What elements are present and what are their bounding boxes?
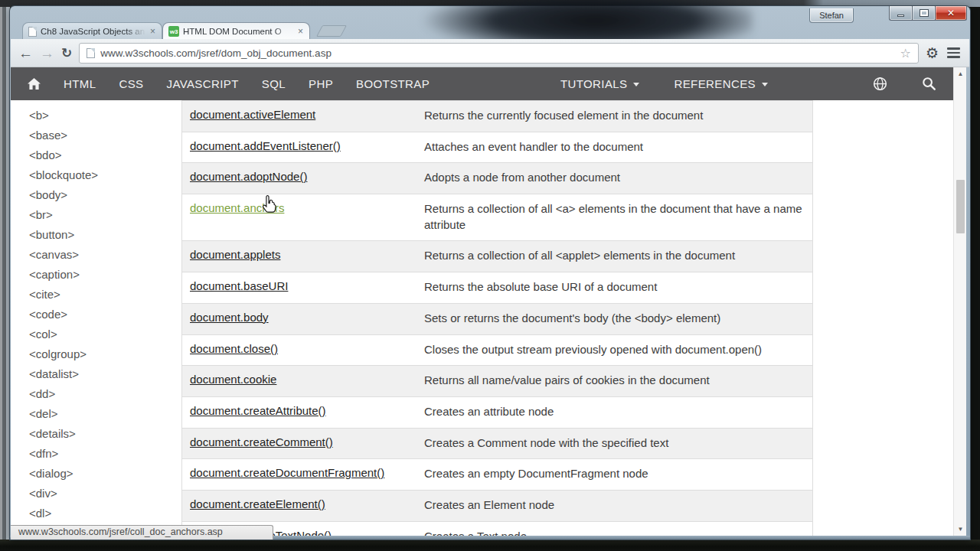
scroll-down-icon[interactable]: ▼ [954,523,966,535]
close-window-button[interactable]: ✕ [935,6,967,21]
table-row: document.activeElementReturns the curren… [181,101,813,132]
property-link[interactable]: document.close() [190,342,278,355]
profile-name: Stefan [819,11,844,20]
new-tab-button[interactable] [316,25,347,37]
sidebar-item[interactable]: <base> [29,126,181,145]
sidebar-item[interactable]: <bdo> [29,145,181,165]
nav-item-bootstrap[interactable]: BOOTSTRAP [356,77,430,90]
property-link[interactable]: document.addEventListener() [190,139,341,152]
property-cell: document.close() [182,335,420,366]
sidebar-item[interactable]: <colgroup> [29,344,181,364]
url-text[interactable]: www.w3schools.com/jsref/dom_obj_document… [100,47,894,59]
sidebar-item[interactable]: <details> [29,424,181,444]
sidebar-item[interactable]: <dialog> [29,464,181,484]
translate-globe-icon[interactable] [873,77,887,91]
sidebar-item[interactable]: <body> [29,185,181,205]
profile-button[interactable]: Stefan [809,8,854,23]
minimize-button[interactable] [889,6,912,21]
nav-item-css[interactable]: CSS [119,77,143,90]
property-cell: document.anchors [182,194,420,240]
property-cell: document.baseURI [182,272,420,303]
property-link[interactable]: document.activeElement [190,108,315,121]
tab-title: HTML DOM Document O [183,27,293,36]
extension-gear-icon[interactable]: ⚙ [926,44,939,61]
sidebar-item[interactable]: <dd> [29,384,181,404]
nav-item-sql[interactable]: SQL [262,77,286,90]
property-link[interactable]: document.baseURI [190,279,288,292]
sidebar-item[interactable]: <br> [29,205,181,225]
sidebar-item[interactable]: <cite> [29,285,181,305]
nav-item-php[interactable]: PHP [309,77,333,90]
nav-dropdown-references[interactable]: REFERENCES [674,77,768,90]
site-navbar: HTMLCSSJAVASCRIPTSQLPHPBOOTSTRAP TUTORIA… [11,67,953,100]
sidebar-item[interactable]: <caption> [29,265,181,285]
property-cell: document.cookie [182,366,420,396]
tab-close-icon[interactable]: × [149,27,156,36]
tab-strip: Ch8 JavaScript Objects an×w3HTML DOM Doc… [22,22,344,40]
property-link[interactable]: document.createDocumentFragment() [190,466,384,479]
home-icon[interactable] [28,78,41,90]
maximize-icon [920,10,928,16]
sidebar-item[interactable]: <code> [29,305,181,324]
tab-title: Ch8 JavaScript Objects an [41,27,145,36]
background-window-edge [0,7,10,540]
table-row: document.close()Closes the output stream… [181,335,813,367]
description-cell: Returns a collection of all <applet> ele… [420,241,812,272]
browser-window: Stefan ✕ Ch8 JavaScript Objects an×w3HTM… [10,6,970,540]
scroll-up-icon[interactable]: ▲ [954,68,966,80]
description-cell: Creates an empty DocumentFragment node [420,459,812,490]
property-link[interactable]: document.applets [190,248,280,261]
nav-dropdown-tutorials[interactable]: TUTORIALS [560,77,640,90]
sidebar-item[interactable]: <dl> [29,504,181,523]
property-cell: document.createElement() [182,491,420,521]
table-row: document.createAttribute()Creates an att… [181,397,813,429]
scrollbar-thumb[interactable] [956,180,965,233]
nav-item-javascript[interactable]: JAVASCRIPT [166,77,238,90]
description-cell: Creates a Text node [420,522,812,536]
reload-button[interactable]: ↻ [61,45,72,61]
tab-close-icon[interactable]: × [297,27,304,36]
maximize-button[interactable] [912,6,935,21]
sidebar-item[interactable]: <blockquote> [29,165,181,185]
forward-button[interactable]: → [40,46,54,60]
table-row: document.createComment()Creates a Commen… [181,429,813,460]
property-link[interactable]: document.createComment() [190,435,333,448]
close-icon: ✕ [947,8,955,18]
table-row: document.createDocumentFragment()Creates… [181,459,813,491]
sidebar-item[interactable]: <div> [29,484,181,504]
description-cell: Creates an attribute node [420,397,812,428]
property-link[interactable]: document.adoptNode() [190,170,307,183]
nav-item-html[interactable]: HTML [64,77,96,90]
sidebar-item[interactable]: <canvas> [29,245,181,265]
browser-tab[interactable]: w3HTML DOM Document O× [162,22,310,40]
table-row: document.baseURIReturns the absolute bas… [181,272,813,304]
property-link[interactable]: document.createElement() [190,497,325,510]
property-cell: document.createDocumentFragment() [182,459,420,490]
description-cell: Creates a Comment node with the specifie… [420,429,812,459]
property-link[interactable]: document.createAttribute() [190,404,326,417]
table-row: document.adoptNode()Adopts a node from a… [181,163,813,194]
sidebar-item[interactable]: <del> [29,404,181,424]
sidebar-item[interactable]: <b> [29,106,181,126]
description-cell: Sets or returns the document's body (the… [420,304,812,334]
property-link[interactable]: document.cookie [190,373,276,386]
sidebar-item[interactable]: <dfn> [29,444,181,464]
browser-tab[interactable]: Ch8 JavaScript Objects an× [22,22,162,40]
address-bar[interactable]: www.w3schools.com/jsref/dom_obj_document… [79,43,919,64]
back-button[interactable]: ← [18,46,33,60]
minimize-icon [897,15,904,17]
chrome-menu-icon[interactable] [946,46,962,60]
status-bar: www.w3schools.com/jsref/coll_doc_anchors… [11,525,273,540]
page-scrollbar[interactable]: ▲ ▼ [953,67,966,536]
bookmark-star-icon[interactable]: ☆ [900,46,911,60]
sidebar-item[interactable]: <button> [29,225,181,245]
sidebar-item[interactable]: <datalist> [29,364,181,384]
chevron-down-icon [633,83,639,86]
sidebar-item[interactable]: <col> [29,324,181,344]
property-cell: document.activeElement [182,101,420,132]
property-link[interactable]: document.body [190,311,269,324]
property-cell: document.createComment() [182,429,420,459]
description-cell: Returns a collection of all <a> elements… [420,194,812,240]
description-cell: Closes the output stream previously open… [420,335,812,366]
search-icon[interactable] [922,77,936,91]
